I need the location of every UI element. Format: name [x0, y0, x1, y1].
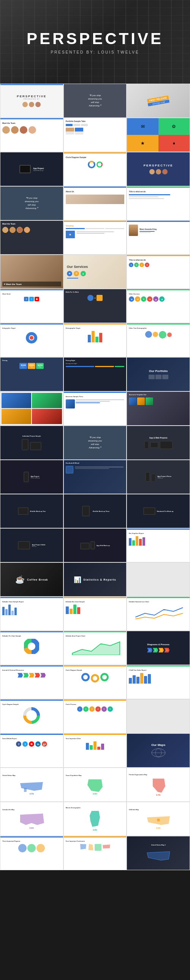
slide-21-other-services[interactable]: Other Services ★ ⚙ ♦ ✉ ☁ ⊕	[126, 289, 190, 323]
slide-43-coffee-break[interactable]: ☕ Coffee Break	[0, 562, 64, 597]
slide-24-other-year-demo[interactable]: Other Year Demographic	[126, 323, 190, 357]
our-services-title: Our Services	[67, 265, 123, 269]
slide-16-meet-team-overlay[interactable]: ✦ Meet the Team	[0, 255, 64, 289]
slide-60-texas-map[interactable]: Texas Population Map 0.9%	[64, 768, 127, 802]
slide-row-14: App Project Tablet Mock-up App iPad Mock…	[0, 528, 190, 562]
slide-56-social-media[interactable]: Social Media Report f t ▶ in g+	[0, 733, 64, 768]
slide-row-6: ✦ Meet the Team Our Services ★ ⚙ ♦ This …	[0, 255, 190, 289]
slide-47-stacked-line[interactable]: Editable Stacked Line Chart	[126, 597, 190, 631]
slide-54-cycle-diagram[interactable]: Cycle Diagram Sample	[0, 699, 64, 733]
slide-32-quote-advancing[interactable]: ❝If you stopdreaming youwill stopAdvanci…	[64, 426, 127, 460]
slide-5-portfolio-tabs[interactable]: Portfolio Sample Tabs	[64, 118, 127, 152]
slide-59-usa-map[interactable]: United States Map 4.7%	[0, 768, 64, 802]
slide-44-stats-reports[interactable]: 📊 Statistics & Reports	[64, 562, 127, 597]
slide-7-app-tablet[interactable]: App Project Tablet Mock-up	[0, 152, 64, 186]
slide-8-circle-diagram[interactable]: Circle Diagram Sample	[64, 152, 127, 186]
slide-11-about-us[interactable]: About Us	[64, 186, 127, 220]
slide-row-18: Internal & External Resources Circle Dia…	[0, 665, 190, 699]
slide-3-first-release[interactable]: FIRST RELEASE GFXTRA.COM	[126, 84, 190, 118]
slide-4-meet-team[interactable]: Meet the Team	[0, 118, 64, 152]
slide-row-2: Meet the Team Portfolio Sample Tabs	[0, 118, 190, 152]
meet-team-2-label: Meet the Team	[2, 223, 61, 225]
slide-65-three-regions[interactable]: Three Important Regions	[0, 836, 64, 870]
usa-map-label: United States Map	[2, 775, 16, 776]
three-regions-label: Three Important Regions	[2, 840, 61, 842]
slide-48-pie-chart[interactable]: Editable Pie Chart Sample	[0, 631, 64, 665]
slide-35-facebook-blend[interactable]: Facebook AI Blend	[64, 460, 127, 494]
slide-row-4: ❝If you stopdreaming youwill stopAdvanci…	[0, 186, 190, 220]
slide-13-meet-team-2[interactable]: Meet the Team	[0, 220, 64, 255]
bar-chart-label: Editable Bar Chart Sample	[66, 601, 125, 603]
slide-58-our-maps[interactable]: Our Maps	[126, 733, 190, 768]
slide-1-perspective[interactable]: PERSPECTIVE PRESENTED BY	[0, 84, 64, 118]
slide-row-21: United States Map 4.7% Texas Population …	[0, 768, 190, 802]
slide-25-pricing[interactable]: Pricing $199 Basic $589 Pro $259 Plus	[0, 357, 64, 391]
slide-23-demographic-target[interactable]: Demographic Target	[64, 323, 127, 357]
app-iphone-sub: 5 Mock-up	[157, 477, 171, 479]
slide-20-bold-pro[interactable]: Bold+Pro To Work +	[64, 289, 127, 323]
slide-perspective-title: PERSPECTIVE	[17, 95, 46, 98]
slide-26-pricing-right[interactable]: Pricing Right Driving from light	[64, 357, 127, 391]
slide-2-quote[interactable]: ❝If you stopdreaming youwill stopAdvanci…	[64, 84, 127, 118]
slide-12-title-what-we-do[interactable]: Title is what we do	[126, 186, 190, 220]
slide-quote-text: ❝If you stopdreaming youwill stopAdvanci…	[88, 94, 102, 108]
slide-42-bar-graphics[interactable]: Bar Graphics Report	[126, 528, 190, 562]
slide-17-our-services[interactable]: Our Services ★ ⚙ ♦	[64, 255, 127, 289]
slide-22-infographic-target[interactable]: Infographic Target	[0, 323, 64, 357]
slide-19-short-send[interactable]: Short Send f t ▶	[0, 289, 64, 323]
slide-67-usa-map-2[interactable]: United States Map 2	[126, 836, 190, 870]
slide-6-colored-boxes[interactable]: ✉ ⚙ ★ ♦	[126, 118, 190, 152]
slide-63-illinois-map[interactable]: Illinois Demographic 3.9%	[64, 802, 127, 836]
texas-pct: 0.9%	[93, 793, 97, 795]
slide-37-ipad-air-two[interactable]: iPad Air Mock-up Two	[0, 494, 64, 528]
slide-66-four-continents[interactable]: Four Important Continents	[64, 836, 127, 870]
florida-map-label: Florida Organization Map	[129, 774, 147, 776]
slide-38-ipad-air-three[interactable]: iPad Air Mock-up Three	[64, 494, 127, 528]
slide-10-quote[interactable]: ❝If you stopdreaming youwill stopAdvanci…	[0, 186, 64, 220]
slide-28-awesome-two[interactable]	[0, 391, 64, 426]
slide-51-resources[interactable]: Internal & External Resources	[0, 665, 64, 699]
slide-row-23: Three Important Regions Four Important C…	[0, 836, 190, 870]
circle-diagram-2-label: Circle Diagram Sample	[66, 669, 125, 671]
slide-27-our-portfolio[interactable]: Our Portfolio	[126, 357, 190, 391]
app-phone-label: App Project	[31, 476, 40, 477]
slide-18-this-what-we-do[interactable]: This is what we do ★ ⚙ ♦ ✉	[126, 255, 190, 289]
slide-39-notebook-pro[interactable]: Notebook Pro Mock-up	[126, 494, 190, 528]
slide-row-17: Editable Pie Chart Sample Editable Area …	[0, 631, 190, 665]
slide-55-circle-process[interactable]: Circle Process 1 2 3 4 5 6	[64, 699, 127, 733]
resources-label: Internal & External Resources	[2, 669, 61, 671]
slide-64-usa-info-map[interactable]: USA Info Map 3.1%	[126, 802, 190, 836]
slide-empty-19	[126, 699, 190, 733]
slide-41-ipad-mock[interactable]: App iPad Mock-up	[64, 528, 127, 562]
slide-62-canada-map[interactable]: Canada Info Map 5.4%	[0, 802, 64, 836]
pricing-label: Pricing	[2, 360, 61, 361]
slide-31-individual-project[interactable]: Individual Project Sample	[0, 426, 64, 460]
slide-61-florida-map[interactable]: Florida Organization Map 0.7%	[126, 768, 190, 802]
slide-30-awesome-one[interactable]: Awesome Template One	[126, 391, 190, 426]
slide-40-tablet-mock[interactable]: App Project Tablet Mock-up	[0, 528, 64, 562]
slide-29-awesome-three[interactable]: Awesome Sample Three	[64, 391, 127, 426]
slide-36-app-iphone[interactable]: App Project iPhone 5 Mock-up	[126, 460, 190, 494]
slide-57-important-chart[interactable]: Your Important Chart	[64, 733, 127, 768]
slide-50-diagrams-process[interactable]: Diagrams & Process 1 2 3 4	[126, 631, 190, 665]
slide-14-amazing[interactable]: Amazing ★	[64, 220, 127, 255]
slide-row-15: ☕ Coffee Break 📊 Statistics & Reports	[0, 562, 190, 597]
individual-project-label: Individual Project Sample	[22, 435, 41, 437]
usa-map-2-label: United States Map 2	[151, 844, 166, 846]
slide-34-app-phone[interactable]: App Project iPhone 5 Mock-up	[0, 460, 64, 494]
slide-row-1: PERSPECTIVE PRESENTED BY ❝If you stopdre…	[0, 84, 190, 118]
facebook-blend-label: Facebook AI Blend	[66, 462, 125, 464]
slide-52-circle-diagram-2[interactable]: Circle Diagram Sample	[64, 665, 127, 699]
other-services-label: Other Services	[129, 293, 188, 295]
slide-53-sales-report[interactable]: 6 Half Year Sales Report	[126, 665, 190, 699]
slide-9-perspective-blue[interactable]: PERSPECTIVE	[126, 152, 190, 186]
slide-33-app-web[interactable]: App & Web Projects	[126, 426, 190, 460]
bar-graphics-label: Bar Graphics Report	[129, 532, 188, 534]
slide-45-chart-report[interactable]: Editable Chart Sample Report	[0, 597, 64, 631]
slide-15-meet-amanda[interactable]: Meet Amanda King	[126, 220, 190, 255]
important-chart-label: Your Important Chart	[66, 738, 125, 740]
slide-46-bar-chart[interactable]: Editable Bar Chart Sample	[64, 597, 127, 631]
slide-49-area-chart[interactable]: Editable Area Project Chart	[64, 631, 127, 665]
slide-row-16: Editable Chart Sample Report Editable Ba…	[0, 597, 190, 631]
illinois-map-label: Illinois Demographic	[66, 807, 81, 809]
